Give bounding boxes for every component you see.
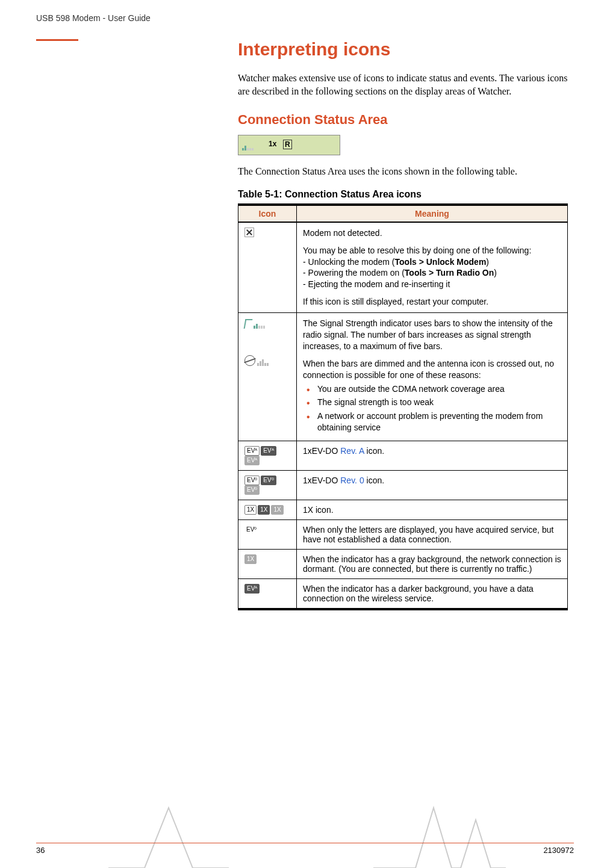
running-header: USB 598 Modem - User Guide	[36, 13, 151, 23]
table-row: EV⁰EV⁰EV⁰ 1xEV-DO Rev. 0 icon.	[238, 471, 568, 500]
text: icon.	[364, 476, 384, 485]
meaning-cell: 1xEV-DO Rev. A icon.	[297, 441, 568, 471]
antenna-wave-decoration	[108, 796, 229, 868]
column-header-meaning: Meaning	[297, 205, 568, 222]
ev-icon: EVᴬ	[244, 446, 260, 456]
icon-1x: 1X1X1X	[238, 500, 297, 520]
text: )	[486, 257, 489, 267]
roaming-r-icon: R	[283, 140, 292, 149]
page-title: Interpreting icons	[238, 39, 568, 60]
meaning-cell: Modem not detected. You may be able to r…	[297, 222, 568, 313]
connection-status-area-figure: 1x R	[238, 135, 340, 155]
main-content: Interpreting icons Watcher makes extensi…	[238, 39, 568, 610]
table-row: The Signal Strength indicator uses bars …	[238, 313, 568, 441]
ev-icon: EV⁰	[244, 485, 260, 495]
text: - Unlocking the modem (Tools > Unlock Mo…	[303, 256, 561, 268]
icon-modem-not-detected	[238, 222, 297, 313]
text: The Signal Strength indicator uses bars …	[303, 318, 561, 352]
ev-icon: EV⁰	[261, 476, 276, 485]
text: - Unlocking the modem (	[303, 257, 395, 267]
onex-icon: 1X	[244, 505, 257, 515]
text: 1xEV-DO	[303, 446, 340, 456]
text: When the bars are dimmed and the antenna…	[303, 358, 561, 381]
text: - Powering the modem on (Tools > Turn Ra…	[303, 267, 561, 279]
after-image-paragraph: The Connection Status Area uses the icon…	[238, 165, 568, 178]
meaning-cell: 1xEV-DO Rev. 0 icon.	[297, 471, 568, 500]
onex-icon: 1X	[258, 505, 270, 515]
text: If this icon is still displayed, restart…	[303, 296, 561, 308]
meaning-cell: When only the letters are displayed, you…	[297, 520, 568, 550]
icon-signal-strength	[238, 313, 297, 441]
ev-icon: EVᴬ	[244, 584, 260, 594]
column-header-icon: Icon	[238, 205, 297, 222]
table-row: 1X1X1X 1X icon.	[238, 500, 568, 520]
bullet-list: You are outside the CDMA network coverag…	[303, 383, 561, 434]
list-item: You are outside the CDMA network coverag…	[317, 383, 561, 395]
signal-bars-icon	[254, 318, 272, 329]
onex-icon: 1X	[244, 554, 257, 564]
no-signal-icon	[244, 355, 255, 366]
meaning-cell: When the indicator has a darker backgrou…	[297, 579, 568, 610]
meaning-cell: The Signal Strength indicator uses bars …	[297, 313, 568, 441]
x-icon	[244, 228, 254, 237]
table-row: EVᴬ When the indicator has a darker back…	[238, 579, 568, 610]
network-1x-icon: 1x	[269, 140, 276, 148]
page-number: 36	[36, 846, 45, 855]
text: 1xEV-DO	[303, 476, 340, 485]
onex-icon: 1X	[271, 505, 283, 515]
text: - Powering the modem on (	[303, 268, 405, 277]
text: )	[494, 268, 497, 277]
ev-icon: EVᴬ	[244, 456, 260, 465]
signal-icon	[242, 140, 260, 152]
icon-letters-only: EV⁰	[238, 520, 297, 550]
ev-icon: EV⁰	[244, 525, 258, 534]
table-row: EVᴬEVᴬEVᴬ 1xEV-DO Rev. A icon.	[238, 441, 568, 471]
icon-evdo-rev-0: EV⁰EV⁰EV⁰	[238, 471, 297, 500]
menu-path: Tools > Unlock Modem	[395, 257, 487, 267]
rev-a-link[interactable]: Rev. A	[340, 446, 364, 456]
icon-active-data: EVᴬ	[238, 579, 297, 610]
connection-status-icons-table: Icon Meaning Modem not detected. You may…	[238, 203, 568, 610]
text: You may be able to resolve this by doing…	[303, 245, 561, 256]
meaning-cell: 1X icon.	[297, 500, 568, 520]
icon-evdo-rev-a: EVᴬEVᴬEVᴬ	[238, 441, 297, 471]
text: icon.	[364, 446, 384, 456]
ev-icon: EV⁰	[244, 476, 260, 485]
icon-dormant: 1X	[238, 550, 297, 579]
meaning-cell: When the indicator has a gray background…	[297, 550, 568, 579]
menu-path: Tools > Turn Radio On	[405, 268, 494, 277]
antenna-wave-decoration	[373, 796, 506, 868]
table-caption: Table 5-1: Connection Status Area icons	[238, 189, 568, 200]
table-row: 1X When the indicator has a gray backgro…	[238, 550, 568, 579]
document-number: 2130972	[543, 846, 574, 855]
table-row: Modem not detected. You may be able to r…	[238, 222, 568, 313]
page-footer: 36 2130972	[36, 843, 574, 855]
section-connection-status: Connection Status Area	[238, 112, 568, 128]
accent-bar	[36, 39, 78, 41]
rev-0-link[interactable]: Rev. 0	[340, 476, 364, 485]
intro-paragraph: Watcher makes extensive use of icons to …	[238, 72, 568, 98]
text: Modem not detected.	[303, 228, 561, 239]
list-item: A network or account problem is preventi…	[317, 411, 561, 433]
list-item: The signal strength is too weak	[317, 397, 561, 408]
signal-bars-dim-icon	[257, 355, 275, 366]
table-row: EV⁰ When only the letters are displayed,…	[238, 520, 568, 550]
ev-icon: EVᴬ	[261, 446, 276, 456]
text: - Ejecting the modem and re-inserting it	[303, 279, 561, 290]
